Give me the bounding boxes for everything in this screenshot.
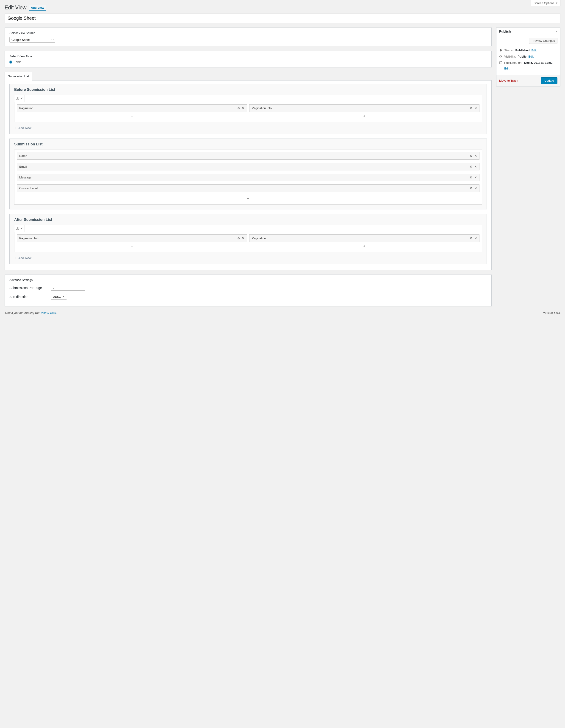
advance-heading: Advance Settings	[9, 278, 487, 282]
add-widget-button[interactable]: +	[249, 243, 479, 250]
widget-pagination[interactable]: Pagination ⚙ ✕	[17, 104, 247, 112]
chevron-down-icon: ▼	[556, 2, 558, 4]
advance-settings-panel: Advance Settings Submissions Per Page So…	[5, 275, 492, 306]
after-heading: After Submission List	[14, 218, 482, 222]
widget-label: Pagination	[19, 106, 33, 110]
gear-icon[interactable]: ⚙	[470, 106, 473, 110]
published-label: Published on:	[504, 61, 522, 64]
view-type-option-label: Table	[14, 60, 21, 64]
columns-icon[interactable]	[16, 227, 19, 231]
widget-pagination[interactable]: Pagination ⚙✕	[249, 234, 479, 242]
before-heading: Before Submission List	[14, 88, 482, 92]
view-type-radio-table[interactable]	[9, 61, 12, 64]
add-view-button[interactable]: Add View	[29, 5, 46, 11]
svg-rect-3	[18, 227, 19, 230]
add-row-button[interactable]: ＋ Add Row	[14, 125, 482, 131]
close-icon[interactable]: ✕	[474, 236, 477, 240]
visibility-value: Public	[518, 55, 526, 58]
gear-icon[interactable]: ⚙	[470, 165, 473, 168]
columns-icon[interactable]	[16, 97, 19, 100]
widget-label: Pagination	[252, 236, 266, 240]
view-source-panel: Select View Source Google Sheet	[5, 28, 492, 46]
publish-box: Publish ▲ Preview Changes Status: Publis…	[496, 28, 560, 86]
chevron-up-icon[interactable]: ▲	[555, 30, 557, 33]
plus-icon: ＋	[14, 126, 17, 130]
status-label: Status:	[504, 49, 513, 52]
update-button[interactable]: Update	[541, 77, 557, 84]
before-submission-section: Before Submission List ✕ Pagination	[9, 84, 487, 134]
svg-rect-1	[18, 97, 19, 100]
plus-icon: ＋	[14, 256, 17, 260]
close-icon[interactable]: ✕	[242, 106, 244, 110]
visibility-label: Visibility:	[504, 55, 516, 58]
widget-label: Pagination Info	[252, 106, 272, 110]
wordpress-link[interactable]: WordPress	[41, 311, 56, 314]
published-value: Dec 5, 2018 @ 12:53	[524, 61, 553, 64]
widget-email[interactable]: Email ⚙✕	[17, 163, 479, 170]
add-widget-button[interactable]: +	[17, 113, 247, 120]
screen-options-label: Screen Options	[534, 1, 554, 5]
eye-icon	[499, 55, 502, 59]
close-icon[interactable]: ✕	[474, 186, 477, 190]
gear-icon[interactable]: ⚙	[237, 236, 240, 240]
view-title-input[interactable]	[5, 14, 560, 23]
close-icon[interactable]: ✕	[474, 176, 477, 179]
gear-icon[interactable]: ⚙	[470, 154, 473, 158]
add-widget-button[interactable]: +	[17, 243, 247, 250]
widget-label: Pagination Info	[19, 236, 39, 240]
close-icon[interactable]: ✕	[20, 227, 23, 230]
edit-date-link[interactable]: Edit	[504, 67, 557, 70]
close-icon[interactable]: ✕	[474, 154, 477, 158]
per-page-input[interactable]	[51, 285, 85, 291]
edit-status-link[interactable]: Edit	[532, 49, 537, 52]
list-heading: Submission List	[14, 142, 482, 146]
gear-icon[interactable]: ⚙	[237, 106, 240, 110]
close-icon[interactable]: ✕	[474, 165, 477, 168]
widget-label: Email	[19, 165, 27, 168]
view-type-panel: Select View Type Table	[5, 51, 492, 67]
status-value: Published	[515, 49, 529, 52]
add-widget-button[interactable]: +	[249, 113, 479, 120]
pin-icon	[499, 49, 502, 53]
close-icon[interactable]: ✕	[20, 97, 23, 100]
widget-pagination-info[interactable]: Pagination Info ⚙ ✕	[249, 104, 479, 112]
gear-icon[interactable]: ⚙	[470, 176, 473, 179]
screen-options-button[interactable]: Screen Options ▼	[531, 0, 560, 6]
widget-message[interactable]: Message ⚙✕	[17, 174, 479, 181]
widget-label: Custom Label	[19, 186, 38, 190]
widget-pagination-info[interactable]: Pagination Info ⚙✕	[17, 234, 247, 242]
svg-rect-4	[500, 62, 502, 64]
preview-changes-button[interactable]: Preview Changes	[529, 38, 557, 44]
svg-rect-0	[16, 97, 17, 100]
close-icon[interactable]: ✕	[242, 236, 244, 240]
widget-custom-label[interactable]: Custom Label ⚙✕	[17, 184, 479, 192]
after-submission-section: After Submission List ✕ Pagination Info	[9, 214, 487, 264]
widget-label: Message	[19, 176, 31, 179]
calendar-icon	[499, 61, 502, 65]
page-title: Edit View	[5, 5, 26, 11]
svg-rect-2	[16, 227, 17, 230]
publish-title: Publish	[499, 30, 511, 33]
gear-icon[interactable]: ⚙	[470, 236, 473, 240]
tab-submission-list[interactable]: Submission List	[5, 72, 32, 81]
sort-direction-select[interactable]: DESC	[51, 294, 67, 300]
move-to-trash-link[interactable]: Move to Trash	[499, 79, 518, 82]
widget-label: Name	[19, 154, 27, 158]
submission-list-section: Submission List Name ⚙✕ Email ⚙✕	[9, 139, 487, 209]
sort-direction-label: Sort direction	[9, 295, 51, 299]
close-icon[interactable]: ✕	[474, 106, 477, 110]
add-widget-button[interactable]: +	[17, 195, 479, 202]
view-source-select[interactable]: Google Sheet	[9, 37, 55, 43]
edit-visibility-link[interactable]: Edit	[528, 55, 533, 58]
view-type-label: Select View Type	[9, 55, 487, 58]
widget-name[interactable]: Name ⚙✕	[17, 152, 479, 160]
footer-thanks: Thank you for creating with	[5, 311, 41, 314]
add-row-button[interactable]: ＋ Add Row	[14, 255, 482, 261]
view-source-label: Select View Source	[9, 31, 487, 35]
version-label: Version 5.0.1	[543, 311, 560, 314]
gear-icon[interactable]: ⚙	[470, 186, 473, 190]
per-page-label: Submissions Per Page	[9, 286, 51, 290]
